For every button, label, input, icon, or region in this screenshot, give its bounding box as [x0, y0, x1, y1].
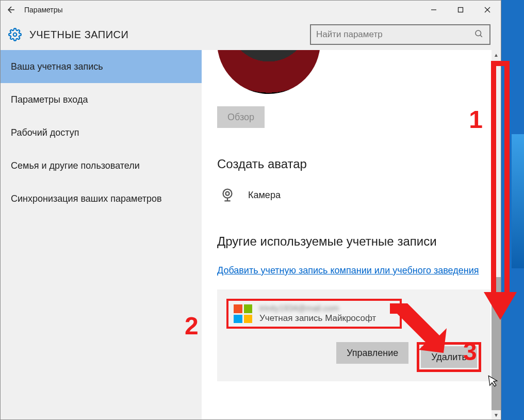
svg-point-4 — [13, 33, 17, 37]
maximize-icon — [457, 7, 464, 13]
manage-button[interactable]: Управление — [336, 342, 408, 364]
minimize-button[interactable] — [420, 1, 447, 19]
annotation-box-3: Удалить — [417, 342, 481, 372]
sidebar-item-label: Семья и другие пользователи — [11, 160, 140, 171]
svg-line-6 — [480, 35, 482, 37]
svg-rect-1 — [458, 7, 463, 12]
account-type: Учетная запись Майкрософт — [259, 313, 376, 324]
header: УЧЕТНЫЕ ЗАПИСИ — [1, 19, 501, 50]
back-button[interactable] — [1, 1, 22, 19]
sidebar-item-label: Рабочий доступ — [11, 127, 79, 138]
sidebar-item-label: Синхронизация ваших параметров — [11, 193, 162, 204]
sidebar-item-work-access[interactable]: Рабочий доступ — [1, 116, 202, 149]
settings-window: Параметры УЧЕТНЫЕ ЗАПИСИ Ваша учетная за… — [0, 0, 501, 420]
scroll-thumb[interactable] — [492, 277, 501, 419]
sidebar-item-sync-settings[interactable]: Синхронизация ваших параметров — [1, 182, 202, 215]
delete-button[interactable]: Удалить — [421, 346, 477, 368]
arrow-left-icon — [6, 5, 17, 15]
desktop-background — [512, 134, 524, 268]
sidebar-item-family-users[interactable]: Семья и другие пользователи — [1, 149, 202, 182]
close-icon — [484, 7, 490, 13]
scroll-up-icon[interactable]: ▲ — [492, 50, 501, 59]
close-button[interactable] — [474, 1, 501, 19]
minimize-icon — [431, 7, 437, 13]
account-entry[interactable]: trinity1934@mail.com Учетная запись Майк… — [226, 299, 402, 329]
scroll-down-icon[interactable]: ▼ — [492, 410, 501, 419]
sidebar: Ваша учетная запись Параметры входа Рабо… — [1, 50, 202, 419]
svg-point-7 — [223, 189, 232, 198]
search-input[interactable] — [316, 29, 474, 40]
sidebar-item-your-account[interactable]: Ваша учетная запись — [1, 50, 202, 83]
content-pane: Обзор Создать аватар Камера Другие испол… — [202, 50, 501, 419]
window-title: Параметры — [22, 6, 63, 14]
search-box[interactable] — [310, 24, 490, 45]
section-title: УЧЕТНЫЕ ЗАПИСИ — [29, 29, 128, 41]
add-account-link[interactable]: Добавить учетную запись компании или уче… — [217, 265, 479, 276]
vertical-scrollbar[interactable]: ▲ ▼ — [492, 50, 501, 419]
camera-icon — [217, 185, 238, 205]
search-icon — [474, 29, 484, 40]
microsoft-logo-icon — [234, 304, 252, 323]
other-accounts-heading: Другие используемые учетные записи — [217, 234, 501, 249]
create-avatar-heading: Создать аватар — [217, 157, 501, 171]
browse-button[interactable]: Обзор — [217, 106, 265, 128]
titlebar: Параметры — [1, 1, 501, 19]
sidebar-item-label: Ваша учетная запись — [11, 61, 103, 72]
gear-icon — [8, 27, 22, 42]
sidebar-item-label: Параметры входа — [11, 94, 88, 105]
camera-option[interactable]: Камера — [217, 185, 501, 205]
camera-label: Камера — [248, 190, 281, 201]
svg-point-5 — [476, 30, 481, 36]
account-email: trinity1934@mail.com — [259, 304, 376, 313]
sidebar-item-signin-options[interactable]: Параметры входа — [1, 83, 202, 116]
avatar — [217, 50, 320, 94]
maximize-button[interactable] — [447, 1, 474, 19]
account-card: trinity1934@mail.com Учетная запись Майк… — [217, 289, 490, 381]
svg-point-8 — [225, 192, 229, 196]
